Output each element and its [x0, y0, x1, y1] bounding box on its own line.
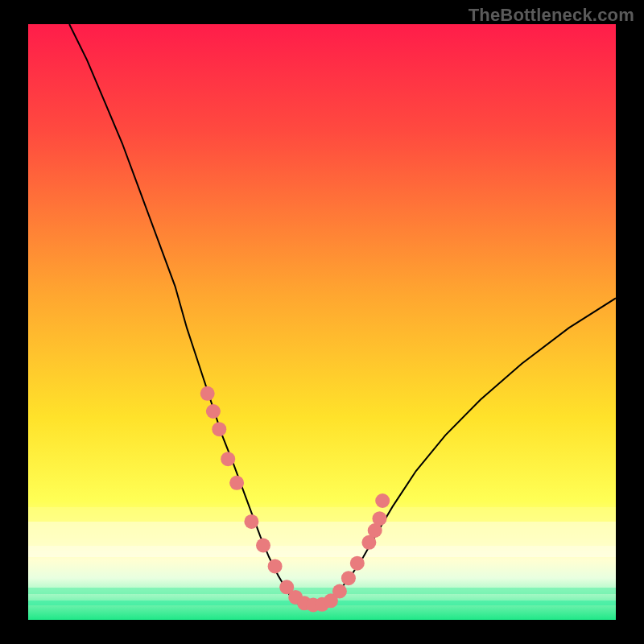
marker-dot — [373, 511, 387, 526]
marker-dot — [375, 493, 390, 508]
marker-dot — [244, 514, 258, 529]
marker-dot — [268, 559, 283, 573]
marker-dot — [350, 556, 365, 571]
plot-area — [28, 24, 616, 620]
curve-layer — [28, 24, 616, 620]
marker-dot — [332, 584, 347, 599]
marker-dot — [341, 571, 356, 585]
watermark-text: TheBottleneck.com — [469, 5, 634, 26]
marker-dot — [229, 476, 244, 490]
marker-dot — [256, 539, 270, 553]
marker-dots — [200, 386, 390, 613]
v-curve — [69, 24, 616, 605]
marker-dot — [200, 386, 215, 401]
marker-dot — [212, 422, 226, 436]
marker-dot — [206, 404, 221, 419]
marker-dot — [221, 452, 235, 466]
bottleneck-curve — [69, 24, 616, 605]
